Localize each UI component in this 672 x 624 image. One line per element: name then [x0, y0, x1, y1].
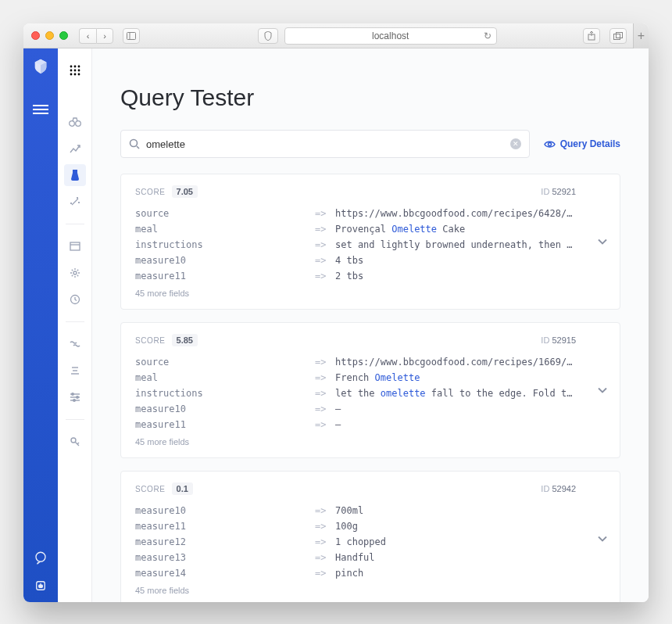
svg-point-9	[73, 66, 76, 68]
new-tab-button[interactable]: +	[633, 23, 649, 48]
svg-point-35	[548, 142, 551, 145]
secondary-nav	[58, 48, 92, 602]
titlebar: ‹ › localhost ↻ +	[23, 23, 649, 48]
search-icon	[129, 138, 140, 149]
search-input[interactable]	[146, 138, 504, 150]
result-row: measure11=>—	[135, 417, 576, 432]
more-fields[interactable]: 45 more fields	[135, 586, 576, 595]
close-icon[interactable]	[31, 31, 40, 40]
svg-rect-0	[127, 32, 136, 39]
nav-weights-icon[interactable]	[64, 386, 86, 408]
result-row: source=>https://www.bbcgoodfood.com/reci…	[135, 354, 576, 370]
expand-toggle[interactable]	[598, 236, 607, 248]
result-id: ID 52942	[541, 484, 576, 493]
svg-point-31	[73, 400, 75, 402]
svg-point-30	[76, 396, 78, 399]
score-label: SCORE	[135, 188, 166, 196]
main-content: Query Tester ✕ Query Details SCORE7.05ID…	[92, 48, 649, 602]
result-row: meal=>Provençal Omelette Cake	[135, 221, 576, 237]
browser-window: ‹ › localhost ↻ +	[23, 23, 649, 602]
score-label: SCORE	[135, 336, 166, 345]
svg-point-13	[77, 70, 80, 72]
svg-rect-7	[39, 585, 43, 587]
svg-rect-4	[617, 32, 623, 38]
svg-point-14	[70, 74, 72, 76]
svg-point-5	[36, 552, 45, 561]
nav-credentials-icon[interactable]	[64, 431, 86, 453]
result-card: SCORE5.85ID 52915source=>https://www.bbc…	[120, 322, 620, 458]
svg-point-10	[77, 66, 80, 68]
expand-toggle[interactable]	[598, 533, 607, 545]
svg-point-29	[71, 393, 73, 396]
primary-rail	[23, 48, 58, 602]
back-button[interactable]: ‹	[79, 28, 96, 44]
nav-settings-icon[interactable]	[64, 262, 86, 284]
nav-curations-icon[interactable]	[64, 360, 86, 382]
svg-line-34	[137, 146, 139, 149]
svg-point-21	[73, 271, 77, 274]
result-row: instructions=>set and lightly browned un…	[135, 237, 576, 253]
result-row: measure11=>100g	[135, 518, 576, 534]
score-value: 5.85	[172, 334, 198, 346]
nav-wand-icon[interactable]	[64, 191, 86, 213]
share-button[interactable]	[583, 28, 600, 44]
svg-point-12	[73, 70, 76, 72]
menu-toggle[interactable]	[33, 105, 48, 114]
score-value: 0.1	[172, 482, 193, 495]
url-text: localhost	[372, 30, 409, 41]
tabs-button[interactable]	[609, 28, 627, 44]
result-row: measure10=>700ml	[135, 503, 576, 518]
search-box[interactable]: ✕	[120, 130, 530, 158]
result-row: measure12=>1 chopped	[135, 534, 576, 550]
reload-icon[interactable]: ↻	[484, 30, 491, 41]
result-row: measure10=>4 tbs	[135, 253, 576, 268]
result-id: ID 52915	[541, 335, 576, 345]
nav-schema-icon[interactable]	[64, 235, 86, 257]
svg-point-11	[70, 70, 72, 72]
result-card: SCORE0.1ID 52942measure10=>700mlmeasure1…	[120, 471, 620, 602]
svg-point-18	[75, 121, 80, 127]
svg-point-17	[69, 121, 74, 127]
more-fields[interactable]: 45 more fields	[135, 289, 576, 298]
privacy-button[interactable]	[258, 28, 278, 44]
score-label: SCORE	[135, 485, 166, 493]
nav-synonyms-icon[interactable]	[64, 333, 86, 355]
app-logo	[32, 58, 49, 75]
minimize-icon[interactable]	[45, 31, 54, 40]
result-card: SCORE7.05ID 52921source=>https://www.bbc…	[120, 174, 620, 310]
url-bar[interactable]: localhost ↻	[284, 27, 497, 45]
result-row: instructions=>let the omelette fall to t…	[135, 386, 576, 401]
result-id: ID 52921	[541, 187, 576, 196]
svg-rect-19	[70, 242, 80, 250]
result-row: source=>https://www.bbcgoodfood.com/reci…	[135, 206, 576, 221]
nav-query-tester[interactable]	[64, 164, 86, 186]
result-row: measure10=>—	[135, 401, 576, 417]
result-row: measure13=>Handful	[135, 550, 576, 565]
score-value: 7.05	[172, 185, 198, 198]
svg-point-15	[73, 74, 76, 76]
forward-button[interactable]: ›	[96, 28, 113, 44]
more-fields[interactable]: 45 more fields	[135, 437, 576, 446]
window-controls	[31, 31, 68, 40]
help-icon[interactable]	[34, 579, 48, 593]
svg-rect-3	[614, 34, 620, 39]
svg-point-8	[70, 66, 72, 68]
chat-icon[interactable]	[34, 550, 48, 565]
nav-apps[interactable]	[64, 59, 86, 81]
nav-history-icon[interactable]	[64, 289, 86, 310]
eye-icon	[544, 138, 556, 150]
svg-point-33	[130, 140, 138, 147]
result-row: measure14=>pinch	[135, 565, 576, 581]
result-row: meal=>French Omelette	[135, 370, 576, 386]
svg-point-16	[77, 74, 80, 76]
page-title: Query Tester	[120, 84, 620, 111]
zoom-icon[interactable]	[59, 31, 68, 40]
result-row: measure11=>2 tbs	[135, 268, 576, 284]
expand-toggle[interactable]	[598, 385, 607, 396]
nav-binoculars-icon[interactable]	[64, 111, 86, 133]
sidebar-button[interactable]	[123, 28, 140, 44]
clear-search-icon[interactable]: ✕	[510, 138, 521, 149]
nav-analytics-icon[interactable]	[64, 138, 86, 160]
query-details-button[interactable]: Query Details	[544, 138, 620, 150]
